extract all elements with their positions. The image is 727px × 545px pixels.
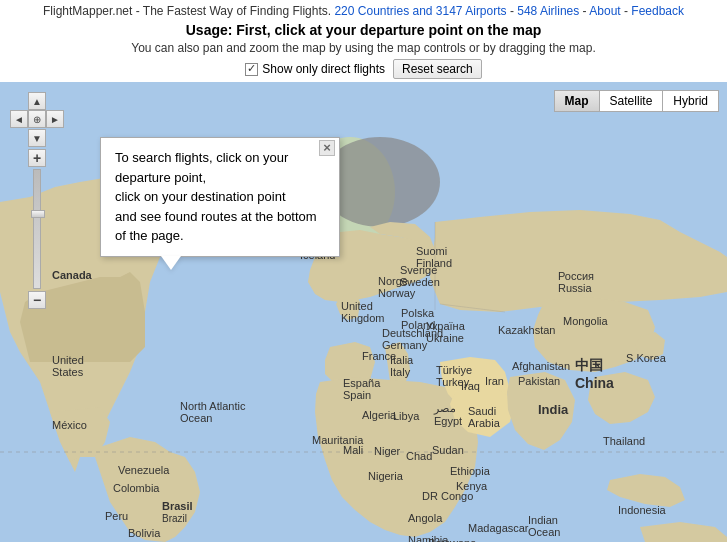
map-type-satellite-button[interactable]: Satellite [600,91,664,111]
tooltip-text: To search flights, click on your departu… [115,148,325,246]
pan-down-button[interactable]: ▼ [28,129,46,147]
tooltip-close-button[interactable]: × [319,140,335,156]
map-container[interactable]: Map Satellite Hybrid ▲ ◄ ⊕ ► ▼ + − × To … [0,82,727,542]
search-tooltip: × To search flights, click on your depar… [100,137,340,257]
controls-bar: Show only direct flights Reset search [0,56,727,82]
pan-center-button[interactable]: ⊕ [28,110,46,128]
direct-flights-checkbox-label[interactable]: Show only direct flights [245,62,385,76]
map-navigation: ▲ ◄ ⊕ ► ▼ + − [10,92,64,309]
zoom-in-button[interactable]: + [28,149,46,167]
zoom-track[interactable] [33,169,41,289]
pan-right-button[interactable]: ► [46,110,64,128]
map-type-map-button[interactable]: Map [555,91,600,111]
usage-description: You can also pan and zoom the map by usi… [0,40,727,56]
countries-link[interactable]: 220 Countries and 3147 Airports [334,4,506,18]
map-type-toggle: Map Satellite Hybrid [554,90,719,112]
direct-flights-text: Show only direct flights [262,62,385,76]
zoom-out-button[interactable]: − [28,291,46,309]
zoom-handle[interactable] [31,210,45,218]
reset-search-button[interactable]: Reset search [393,59,482,79]
about-link[interactable]: About [589,4,620,18]
site-header: FlightMapper.net - The Fastest Way of Fi… [0,0,727,20]
pan-left-button[interactable]: ◄ [10,110,28,128]
direct-flights-checkbox[interactable] [245,63,258,76]
airlines-link[interactable]: 548 Airlines [517,4,579,18]
feedback-link[interactable]: Feedback [631,4,684,18]
pan-up-button[interactable]: ▲ [28,92,46,110]
site-title: FlightMapper.net - The Fastest Way of Fi… [43,4,331,18]
zoom-slider-container: + − [28,149,46,309]
map-type-hybrid-button[interactable]: Hybrid [663,91,718,111]
usage-title: Usage: First, click at your departure po… [0,20,727,40]
